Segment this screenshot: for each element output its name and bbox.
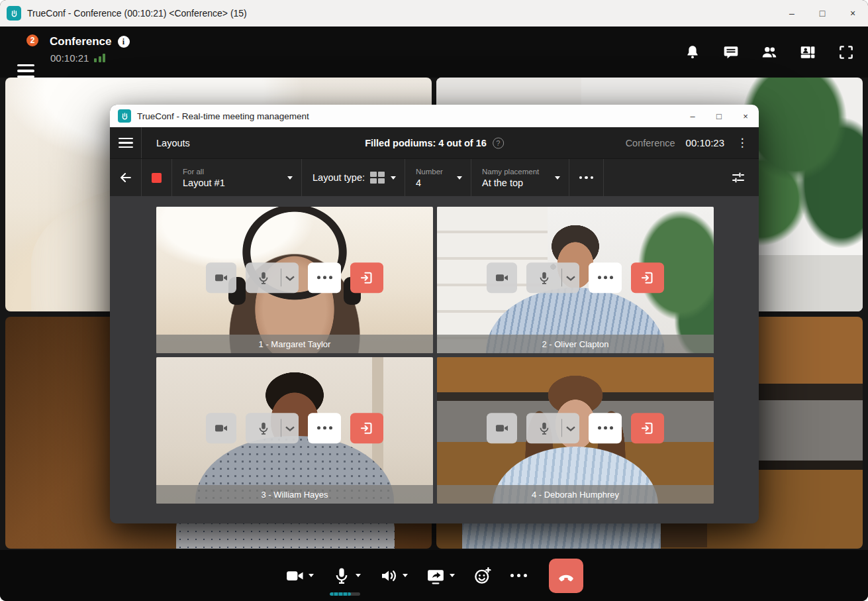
camera-toggle-button[interactable] — [487, 413, 517, 443]
more-options-icon — [598, 276, 613, 279]
speaker-control[interactable] — [379, 566, 408, 586]
remove-from-podium-button[interactable] — [631, 413, 664, 443]
camera-icon — [213, 420, 229, 436]
remove-from-podium-button[interactable] — [631, 262, 664, 293]
mic-split-button[interactable] — [526, 413, 579, 443]
fullscreen-icon[interactable] — [837, 43, 855, 61]
dialog-menu-button[interactable] — [110, 127, 142, 158]
layout-type-dropdown[interactable]: Layout type: — [302, 159, 405, 196]
dialog-minimize-button[interactable]: – — [679, 105, 706, 127]
chevron-down-icon — [282, 420, 298, 436]
info-icon[interactable]: i — [118, 36, 130, 48]
window-title: TrueConf - Conference (00:10:21) <Confer… — [27, 8, 247, 19]
dialog-titlebar: TrueConf - Real-time meeting management … — [110, 105, 759, 127]
main-menu-button[interactable] — [17, 64, 34, 78]
back-button[interactable] — [110, 159, 142, 196]
hangup-button[interactable] — [549, 559, 583, 593]
more-controls[interactable] — [510, 574, 527, 577]
participants-icon[interactable] — [760, 43, 778, 61]
minimize-button[interactable]: – — [777, 0, 807, 27]
chevron-down-icon[interactable] — [403, 574, 408, 580]
number-label: Number — [416, 168, 443, 176]
microphone-control[interactable] — [332, 566, 361, 586]
chevron-down-icon — [282, 270, 298, 286]
window-controls: – □ × — [777, 0, 868, 27]
mic-options-button[interactable] — [562, 413, 579, 443]
mic-level-meter — [330, 592, 360, 596]
mic-split-button[interactable] — [246, 262, 299, 293]
camera-control[interactable] — [285, 566, 314, 586]
mic-options-button[interactable] — [281, 413, 299, 443]
trueconf-logo-icon — [7, 6, 21, 21]
microphone-icon — [256, 270, 271, 286]
close-button[interactable]: × — [838, 0, 868, 27]
chat-icon[interactable] — [722, 43, 740, 61]
mic-options-button[interactable] — [281, 262, 299, 293]
camera-icon — [494, 420, 510, 436]
connection-quality-icon — [94, 54, 105, 64]
maximize-button[interactable]: □ — [807, 0, 838, 27]
mic-options-button[interactable] — [562, 262, 579, 293]
participant-name: 4 - Deborah Humphrey — [437, 485, 714, 504]
mic-split-button[interactable] — [526, 262, 579, 293]
back-arrow-icon — [119, 170, 133, 185]
notification-badge: 2 — [25, 33, 40, 48]
main-titlebar: TrueConf - Conference (00:10:21) <Confer… — [0, 0, 868, 27]
toolbar-more-button[interactable] — [569, 159, 604, 196]
mic-toggle-button[interactable] — [526, 262, 561, 293]
layout-manager-icon[interactable] — [798, 43, 816, 61]
camera-toggle-button[interactable] — [206, 262, 236, 293]
advanced-settings-button[interactable] — [718, 159, 759, 196]
remove-from-podium-button[interactable] — [350, 262, 383, 293]
mic-toggle-button[interactable] — [526, 413, 561, 443]
layout-scope-dropdown[interactable]: For all Layout #1 — [172, 159, 302, 196]
participant-more-button[interactable] — [308, 413, 341, 443]
camera-toggle-button[interactable] — [487, 262, 517, 293]
screen-share-control[interactable] — [426, 566, 455, 586]
conference-header: 2 Conference i 00:10:21 — [0, 27, 868, 78]
chevron-down-icon — [457, 176, 462, 182]
dialog-close-button[interactable]: × — [732, 105, 759, 127]
dialog-title: TrueConf - Real-time meeting management — [137, 111, 309, 121]
remove-from-podium-button[interactable] — [350, 413, 383, 443]
placement-value: At the top — [482, 178, 539, 188]
help-icon[interactable]: ? — [493, 137, 504, 148]
mic-split-button[interactable] — [246, 413, 299, 443]
stop-square-icon — [152, 173, 162, 183]
more-options-icon — [317, 276, 332, 279]
dialog-maximize-button[interactable]: □ — [706, 105, 732, 127]
chevron-down-icon — [563, 270, 579, 286]
toolbar-spacer — [604, 159, 718, 196]
notifications-bell-icon[interactable] — [683, 43, 701, 61]
podium-number-dropdown[interactable]: Number 4 — [405, 159, 471, 196]
reactions-control[interactable] — [473, 566, 493, 586]
mic-level-fill — [330, 592, 351, 596]
microphone-icon — [536, 420, 552, 436]
stop-layout-button[interactable] — [142, 159, 172, 196]
more-options-icon — [317, 426, 332, 429]
chevron-down-icon — [563, 420, 579, 436]
podium-tile-3: 3 - William Hayes — [156, 357, 433, 504]
filled-podiums-status: Filled podiums: 4 out of 16 — [365, 138, 487, 148]
chevron-down-icon[interactable] — [450, 574, 455, 580]
chevron-down-icon — [287, 176, 293, 182]
number-value: 4 — [416, 178, 443, 188]
name-placement-dropdown[interactable]: Namy placement At the top — [471, 159, 569, 196]
conference-title: Conference — [50, 35, 112, 48]
participant-more-button[interactable] — [308, 262, 341, 293]
mic-toggle-button[interactable] — [246, 413, 281, 443]
participant-more-button[interactable] — [589, 262, 622, 293]
podium-tile-2: 2 - Oliver Clapton — [437, 207, 714, 353]
layouts-nav-label: Layouts — [156, 138, 190, 148]
conference-timer: 00:10:21 — [50, 52, 89, 64]
chevron-down-icon[interactable] — [356, 574, 361, 580]
participant-more-button[interactable] — [589, 413, 622, 443]
mic-toggle-button[interactable] — [246, 262, 281, 293]
kebab-menu-icon[interactable]: ⋮ — [735, 136, 749, 150]
hangup-phone-icon — [557, 567, 575, 585]
scope-label: For all — [183, 168, 225, 176]
tune-sliders-icon — [730, 170, 746, 186]
camera-toggle-button[interactable] — [206, 413, 236, 443]
chevron-down-icon[interactable] — [309, 574, 314, 580]
podium-tile-1: 1 - Margaret Taylor — [156, 207, 433, 353]
